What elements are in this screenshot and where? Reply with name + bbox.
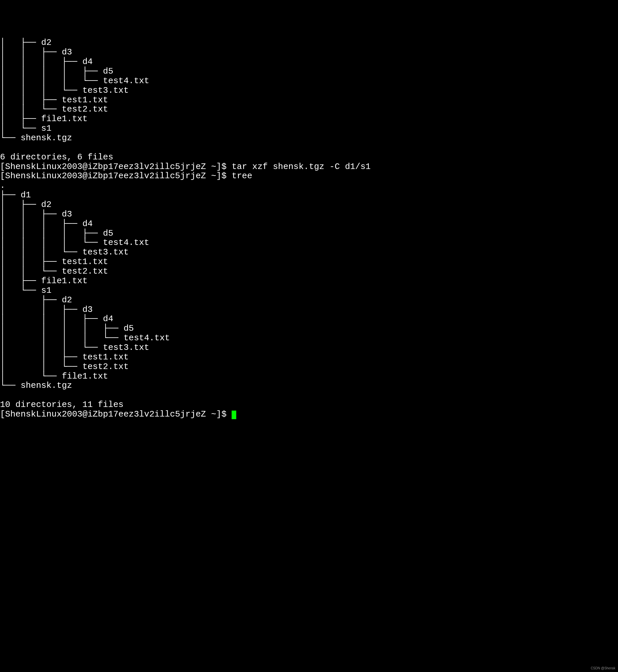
tree-output-1: │ ├── d2 │ │ ├── d3 │ │ │ ├── d4 │ │ │ │… (0, 37, 149, 162)
terminal-output: │ ├── d2 │ │ ├── d3 │ │ │ ├── d4 │ │ │ │… (0, 38, 618, 419)
cursor-icon (232, 411, 236, 419)
shell-prompt: [ShenskLinux2003@iZbp17eez3lv2illc5jrjeZ… (0, 171, 232, 181)
prompt-line-1: [ShenskLinux2003@iZbp17eez3lv2illc5jrjeZ… (0, 162, 371, 172)
command-tar[interactable]: tar xzf shensk.tgz -C d1/s1 (232, 162, 371, 172)
prompt-line-3[interactable]: [ShenskLinux2003@iZbp17eez3lv2illc5jrjeZ… (0, 409, 236, 419)
shell-prompt: [ShenskLinux2003@iZbp17eez3lv2illc5jrjeZ… (0, 409, 232, 419)
shell-prompt: [ShenskLinux2003@iZbp17eez3lv2illc5jrjeZ… (0, 162, 232, 172)
tree-output-2: . ├── d1 │ ├── d2 │ │ ├── d3 │ │ │ ├── d… (0, 181, 170, 410)
command-tree[interactable]: tree (232, 171, 252, 181)
prompt-line-2: [ShenskLinux2003@iZbp17eez3lv2illc5jrjeZ… (0, 171, 252, 181)
